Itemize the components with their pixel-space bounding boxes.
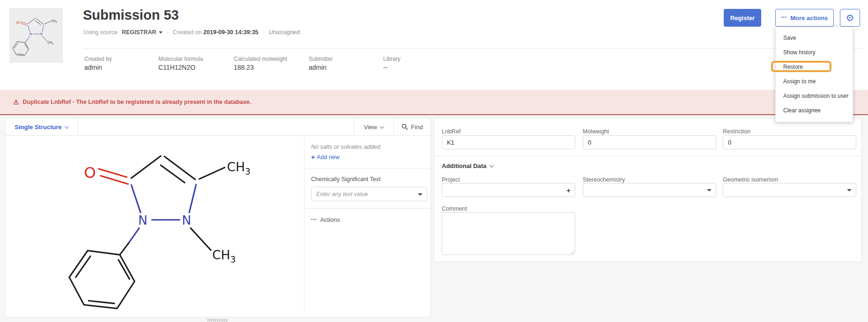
- more-actions-label: More actions: [790, 15, 828, 22]
- project-label: Project: [442, 176, 460, 183]
- project-input[interactable]: [442, 183, 575, 197]
- restriction-label: Restriction: [723, 128, 750, 135]
- more-actions-button[interactable]: ••• More actions: [775, 9, 834, 27]
- meta-value-calculated-molweight: 188.23: [234, 64, 254, 71]
- plus-icon: +: [311, 154, 315, 161]
- meta-value-molecular-formula: C11H12N2O: [158, 64, 195, 71]
- ellipsis-icon: •••: [311, 217, 317, 222]
- geometric-isomerism-select[interactable]: [723, 183, 856, 197]
- menu-item-assign-submission-to-user[interactable]: Assign submission to user: [776, 89, 853, 103]
- geometric-isomerism-label: Geometric isomerism: [723, 176, 778, 183]
- ellipsis-icon: •••: [781, 15, 787, 20]
- additional-data-toggle[interactable]: Additional Data: [442, 162, 493, 169]
- section-divider: [434, 156, 861, 156]
- chevron-down-icon: [64, 124, 69, 129]
- warning-text: Duplicate LnbRef - The LnbRef to be regi…: [23, 99, 252, 105]
- actions-label: Actions: [320, 216, 340, 223]
- menu-item-clear-assignee[interactable]: Clear assignee: [776, 103, 853, 118]
- menu-item-save[interactable]: Save: [776, 31, 853, 45]
- chevron-down-icon: [490, 163, 494, 168]
- structure-thumbnail: [9, 8, 63, 63]
- methyl-group-label: CH3: [212, 248, 236, 264]
- meta-label-submitter: Submitter: [309, 56, 333, 62]
- separator-dot: ·: [263, 29, 265, 36]
- source-value: REGISTRAR: [122, 29, 156, 36]
- add-salt-link[interactable]: + Add new: [311, 154, 340, 161]
- view-dropdown[interactable]: View: [354, 118, 393, 135]
- scrollbar-handle[interactable]: [208, 319, 227, 322]
- restriction-input[interactable]: [723, 135, 856, 149]
- structure-mode-label: Single Structure: [15, 124, 61, 131]
- created-on-value: 2019-09-30 14:39:35: [203, 29, 258, 36]
- menu-item-restore[interactable]: Restore: [776, 60, 853, 74]
- molecule-thumbnail-drawing: [11, 15, 61, 57]
- find-label: Find: [411, 124, 423, 131]
- view-label: View: [364, 124, 377, 131]
- structure-panel-header: Single Structure View Find: [5, 118, 430, 136]
- molecule-structure: O N N CH3 CH3: [64, 140, 266, 312]
- submission-subtitle: Using source REGISTRAR · Created on 2019…: [83, 29, 300, 36]
- meta-value-submitter: admin: [309, 64, 326, 71]
- meta-label-calculated-molweight: Calculated molweight: [234, 56, 287, 62]
- chevron-down-icon: [380, 124, 385, 129]
- app-window: Submission 53 Using source REGISTRAR · C…: [0, 0, 868, 322]
- nitrogen-atom-label: N: [182, 213, 191, 227]
- using-source-label: Using source: [83, 29, 118, 36]
- search-icon: [401, 124, 408, 130]
- lnbref-input[interactable]: [442, 135, 575, 149]
- section-divider: [304, 168, 430, 169]
- more-actions-menu: Save Show history Restore Assign to me A…: [775, 27, 853, 122]
- molweight-input[interactable]: [583, 135, 716, 149]
- details-panel: LnbRef Molweight Restriction Additional …: [434, 118, 862, 262]
- stereochemistry-label: Stereochemistry: [583, 176, 625, 183]
- source-dropdown[interactable]: REGISTRAR: [122, 29, 163, 36]
- structure-panel: Single Structure View Find: [5, 118, 431, 317]
- salts-note: No salts or solvates added.: [311, 144, 430, 150]
- cst-label: Chemically Significant Text: [311, 176, 430, 183]
- comment-label: Comment: [442, 205, 467, 212]
- menu-item-assign-to-me[interactable]: Assign to me: [776, 74, 853, 89]
- meta-value-library: --: [383, 64, 387, 71]
- find-button[interactable]: Find: [393, 118, 430, 135]
- add-new-label: Add new: [317, 154, 340, 161]
- methyl-group-label: CH3: [227, 160, 250, 176]
- section-divider: [304, 208, 430, 209]
- separator-dot: ·: [167, 29, 169, 36]
- comment-textarea[interactable]: [442, 212, 575, 255]
- meta-label-created-by: Created by: [84, 56, 112, 62]
- cst-input[interactable]: [311, 187, 427, 201]
- salts-column: No salts or solvates added. + Add new Ch…: [304, 136, 430, 223]
- gear-icon: ⚙: [846, 12, 854, 23]
- register-button[interactable]: Register: [724, 9, 761, 27]
- warning-banner: ⚠ Duplicate LnbRef - The LnbRef to be re…: [0, 90, 868, 115]
- nitrogen-atom-label: N: [138, 213, 148, 227]
- structure-mode-dropdown[interactable]: Single Structure: [5, 118, 78, 135]
- warning-icon: ⚠: [13, 98, 19, 106]
- header-divider: [83, 48, 862, 49]
- menu-item-show-history[interactable]: Show history: [776, 45, 853, 60]
- meta-label-molecular-formula: Molecular formula: [158, 56, 203, 62]
- chevron-down-icon: [159, 31, 163, 34]
- oxygen-atom-label: O: [84, 164, 96, 182]
- molweight-label: Molweight: [583, 128, 609, 135]
- assignee-status: Unassigned: [269, 29, 300, 36]
- page-title: Submission 53: [83, 7, 179, 23]
- additional-data-label: Additional Data: [442, 162, 486, 169]
- lnbref-label: LnbRef: [442, 128, 460, 135]
- meta-label-library: Library: [383, 56, 401, 62]
- created-on: Created on 2019-09-30 14:39:35: [173, 29, 259, 36]
- settings-button[interactable]: ⚙: [840, 9, 860, 27]
- created-on-label: Created on: [173, 29, 202, 36]
- stereochemistry-select[interactable]: [583, 183, 716, 197]
- meta-value-created-by: admin: [84, 64, 102, 71]
- actions-menu-button[interactable]: ••• Actions: [311, 216, 430, 223]
